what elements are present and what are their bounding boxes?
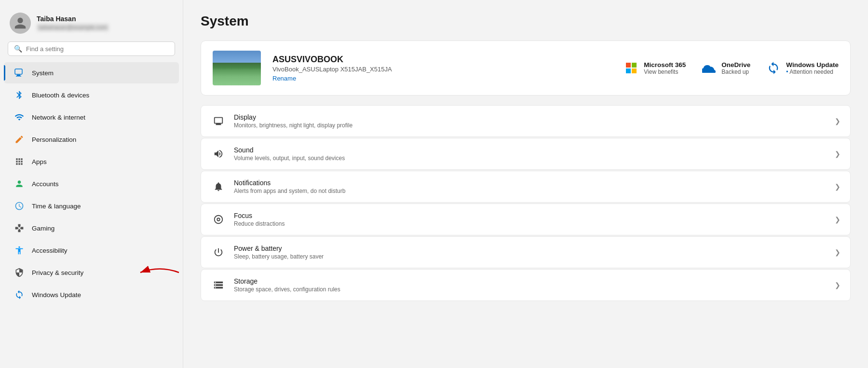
- settings-item-storage[interactable]: Storage Storage space, drives, configura…: [201, 269, 851, 301]
- settings-name-notifications: Notifications: [234, 179, 827, 187]
- search-input[interactable]: [26, 45, 169, 53]
- svg-rect-2: [16, 76, 21, 77]
- sidebar-item-label-apps: Apps: [32, 158, 47, 165]
- settings-text-sound: Sound Volume levels, output, input, soun…: [234, 146, 827, 162]
- chevron-sound: ❯: [835, 150, 841, 158]
- service-info-ms365: Microsoft 365 View benefits: [644, 61, 686, 75]
- sidebar-item-accounts[interactable]: Accounts: [4, 173, 179, 194]
- focus-icon: [211, 212, 226, 227]
- svg-rect-0: [15, 69, 22, 74]
- system-icon: [14, 67, 25, 79]
- settings-item-power[interactable]: Power & battery Sleep, battery usage, ba…: [201, 236, 851, 268]
- settings-desc-display: Monitors, brightness, night light, displ…: [234, 122, 827, 129]
- settings-desc-power: Sleep, battery usage, battery saver: [234, 253, 827, 260]
- settings-desc-sound: Volume levels, output, input, sound devi…: [234, 155, 827, 162]
- page-title: System: [201, 14, 851, 29]
- service-info-wu: Windows Update Attention needed: [786, 61, 839, 75]
- settings-item-sound[interactable]: Sound Volume levels, output, input, soun…: [201, 138, 851, 170]
- svg-rect-1: [17, 75, 20, 76]
- chevron-focus: ❯: [835, 216, 841, 223]
- sidebar-item-time[interactable]: Time & language: [4, 195, 179, 217]
- settings-text-notifications: Notifications Alerts from apps and syste…: [234, 179, 827, 194]
- device-name: ASUSVIVOBOOK: [272, 55, 612, 65]
- sidebar-item-label-wu: Windows Update: [32, 291, 81, 299]
- device-image: [213, 51, 261, 85]
- device-info: ASUSVIVOBOOK VivoBook_ASUSLaptop X515JAB…: [272, 55, 612, 82]
- sidebar-item-apps[interactable]: Apps: [4, 151, 179, 172]
- user-info: Taiba Hasan taibahasan@example.com: [37, 15, 109, 31]
- sidebar: Taiba Hasan taibahasan@example.com 🔍 Sys…: [0, 0, 183, 368]
- service-name-wu: Windows Update: [786, 61, 839, 68]
- bluetooth-icon: [14, 89, 25, 101]
- settings-desc-storage: Storage space, drives, configuration rul…: [234, 286, 827, 293]
- main-content: System ASUSVIVOBOOK VivoBook_ASUSLaptop …: [183, 0, 868, 368]
- chevron-notifications: ❯: [835, 183, 841, 191]
- service-windows-update[interactable]: Windows Update Attention needed: [766, 60, 839, 76]
- sound-icon: [211, 146, 226, 162]
- settings-text-focus: Focus Reduce distractions: [234, 212, 827, 227]
- settings-item-notifications[interactable]: Notifications Alerts from apps and syste…: [201, 171, 851, 203]
- settings-name-storage: Storage: [234, 277, 827, 285]
- settings-text-display: Display Monitors, brightness, night ligh…: [234, 113, 827, 129]
- accounts-icon: [14, 178, 25, 190]
- svg-point-4: [217, 218, 220, 221]
- search-box[interactable]: 🔍: [8, 41, 175, 56]
- service-status-ms365: View benefits: [644, 68, 686, 75]
- accessibility-icon: [14, 245, 25, 256]
- red-arrow: [126, 263, 183, 282]
- sidebar-item-label-time: Time & language: [32, 203, 81, 210]
- display-icon: [211, 113, 226, 129]
- settings-name-focus: Focus: [234, 212, 827, 219]
- settings-name-sound: Sound: [234, 146, 827, 154]
- settings-text-storage: Storage Storage space, drives, configura…: [234, 277, 827, 293]
- gaming-icon: [14, 222, 25, 234]
- apps-icon: [14, 156, 25, 167]
- device-model: VivoBook_ASUSLaptop X515JAB_X515JA: [272, 66, 612, 73]
- sidebar-item-gaming[interactable]: Gaming: [4, 218, 179, 239]
- sidebar-item-label-bluetooth: Bluetooth & devices: [32, 92, 89, 99]
- settings-item-focus[interactable]: Focus Reduce distractions ❯: [201, 204, 851, 235]
- chevron-display: ❯: [835, 117, 841, 125]
- sidebar-item-accessibility[interactable]: Accessibility: [4, 240, 179, 261]
- settings-name-display: Display: [234, 113, 827, 121]
- search-icon: 🔍: [14, 45, 22, 53]
- sidebar-item-personalization[interactable]: Personalization: [4, 129, 179, 150]
- service-name-ms365: Microsoft 365: [644, 61, 686, 68]
- sidebar-item-label-network: Network & internet: [32, 114, 85, 121]
- user-icon: [14, 16, 27, 30]
- sidebar-item-label-system: System: [32, 69, 54, 77]
- sidebar-item-bluetooth[interactable]: Bluetooth & devices: [4, 84, 179, 106]
- windows-update-service-icon: [766, 60, 781, 76]
- settings-item-display[interactable]: Display Monitors, brightness, night ligh…: [201, 105, 851, 137]
- windows-update-icon: [14, 289, 25, 300]
- service-name-onedrive: OneDrive: [721, 61, 750, 68]
- sidebar-item-label-privacy: Privacy & security: [32, 269, 83, 276]
- storage-icon: [211, 277, 226, 293]
- sidebar-item-windows-update[interactable]: Windows Update: [4, 284, 179, 305]
- sidebar-item-system[interactable]: System: [4, 62, 179, 83]
- service-onedrive[interactable]: OneDrive Backed up: [701, 60, 750, 76]
- power-icon: [211, 245, 226, 260]
- service-status-onedrive: Backed up: [721, 68, 750, 75]
- sidebar-item-privacy[interactable]: Privacy & security: [4, 262, 179, 283]
- device-rename-link[interactable]: Rename: [272, 75, 296, 82]
- network-icon: [14, 111, 25, 123]
- service-info-onedrive: OneDrive Backed up: [721, 61, 750, 75]
- settings-desc-notifications: Alerts from apps and system, do not dist…: [234, 188, 827, 194]
- onedrive-icon: [701, 60, 717, 76]
- sidebar-item-network[interactable]: Network & internet: [4, 107, 179, 128]
- privacy-icon: [14, 267, 25, 278]
- sidebar-item-label-accessibility: Accessibility: [32, 247, 68, 254]
- device-wallpaper: [213, 51, 261, 85]
- service-microsoft365[interactable]: Microsoft 365 View benefits: [624, 60, 686, 76]
- user-email: taibahasan@example.com: [37, 24, 109, 31]
- chevron-storage: ❯: [835, 281, 841, 289]
- avatar: [10, 13, 31, 34]
- time-icon: [14, 200, 25, 212]
- settings-desc-focus: Reduce distractions: [234, 220, 827, 227]
- microsoft365-icon: [624, 60, 639, 76]
- user-profile[interactable]: Taiba Hasan taibahasan@example.com: [0, 8, 183, 41]
- service-status-wu: Attention needed: [786, 68, 839, 75]
- personalization-icon: [14, 134, 25, 145]
- device-services: Microsoft 365 View benefits OneDrive Bac…: [624, 60, 839, 76]
